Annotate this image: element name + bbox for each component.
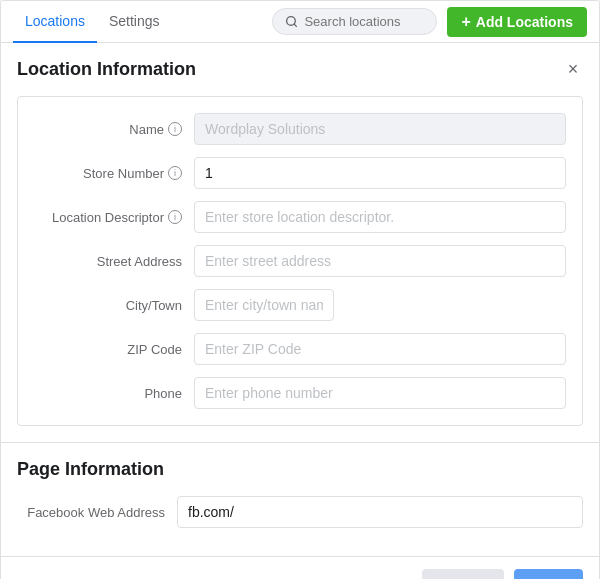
close-button[interactable]: × bbox=[561, 57, 585, 81]
add-locations-button[interactable]: + Add Locations bbox=[447, 7, 587, 37]
search-icon bbox=[285, 15, 298, 28]
store-number-label: Store Number i bbox=[34, 166, 194, 181]
location-descriptor-row: Location Descriptor i bbox=[34, 201, 566, 233]
search-bar bbox=[272, 8, 437, 35]
app-container: Locations Settings + Add Locations × Loc… bbox=[0, 0, 600, 579]
cancel-button[interactable]: Cancel bbox=[422, 569, 504, 579]
page-info-section: Page Information Facebook Web Address bbox=[1, 442, 599, 556]
main-content: × Location Information Name i Store Numb… bbox=[1, 43, 599, 426]
svg-line-1 bbox=[294, 24, 296, 26]
search-input[interactable] bbox=[304, 14, 424, 29]
location-info-form: Name i Store Number i Location Descripto… bbox=[17, 96, 583, 426]
close-icon: × bbox=[568, 59, 579, 80]
facebook-web-address-label: Facebook Web Address bbox=[17, 505, 177, 520]
name-label: Name i bbox=[34, 122, 194, 137]
store-number-row: Store Number i bbox=[34, 157, 566, 189]
location-descriptor-input[interactable] bbox=[194, 201, 566, 233]
store-number-input[interactable] bbox=[194, 157, 566, 189]
name-input[interactable] bbox=[194, 113, 566, 145]
page-info-title: Page Information bbox=[17, 459, 583, 480]
plus-icon: + bbox=[461, 14, 470, 30]
top-nav: Locations Settings + Add Locations bbox=[1, 1, 599, 43]
tab-settings[interactable]: Settings bbox=[97, 2, 172, 43]
city-town-row: City/Town bbox=[34, 289, 566, 321]
name-info-icon[interactable]: i bbox=[168, 122, 182, 136]
location-descriptor-info-icon[interactable]: i bbox=[168, 210, 182, 224]
tab-locations[interactable]: Locations bbox=[13, 2, 97, 43]
street-address-row: Street Address bbox=[34, 245, 566, 277]
phone-row: Phone bbox=[34, 377, 566, 409]
facebook-web-address-row: Facebook Web Address bbox=[17, 496, 583, 528]
facebook-web-address-input[interactable] bbox=[177, 496, 583, 528]
zip-code-label: ZIP Code bbox=[34, 342, 194, 357]
phone-input[interactable] bbox=[194, 377, 566, 409]
city-town-input[interactable] bbox=[194, 289, 334, 321]
city-town-label: City/Town bbox=[34, 298, 194, 313]
zip-code-row: ZIP Code bbox=[34, 333, 566, 365]
footer: Cancel Save bbox=[1, 556, 599, 579]
phone-label: Phone bbox=[34, 386, 194, 401]
street-address-label: Street Address bbox=[34, 254, 194, 269]
location-descriptor-label: Location Descriptor i bbox=[34, 210, 194, 225]
zip-code-input[interactable] bbox=[194, 333, 566, 365]
street-address-input[interactable] bbox=[194, 245, 566, 277]
save-button[interactable]: Save bbox=[514, 569, 583, 579]
location-info-title: Location Information bbox=[17, 59, 583, 80]
nav-tabs: Locations Settings bbox=[13, 1, 172, 42]
name-row: Name i bbox=[34, 113, 566, 145]
store-number-info-icon[interactable]: i bbox=[168, 166, 182, 180]
